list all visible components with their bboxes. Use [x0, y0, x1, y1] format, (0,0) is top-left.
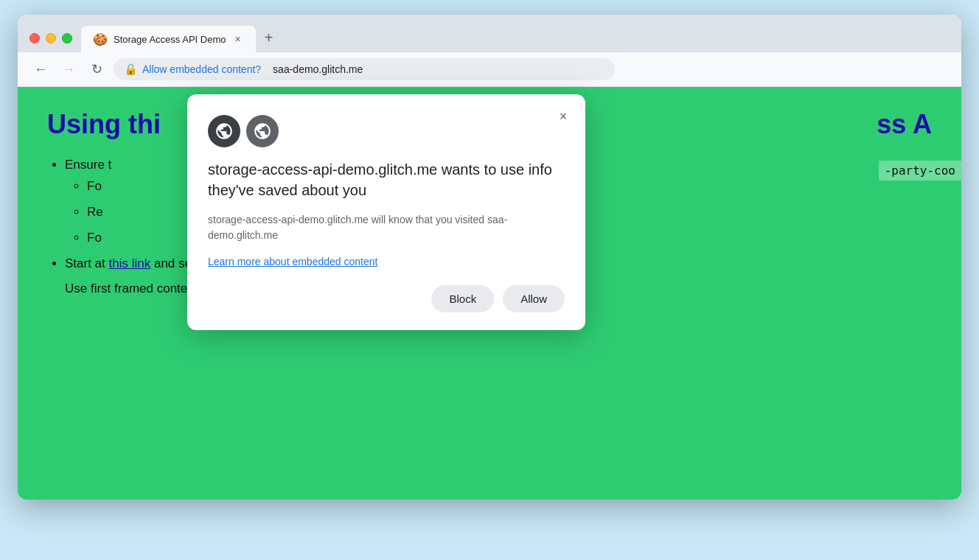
- minimize-window-button[interactable]: [46, 33, 56, 43]
- close-window-button[interactable]: [29, 33, 40, 43]
- dialog-icons: [208, 115, 565, 147]
- dialog-description: storage-access-api-demo.glitch.me will k…: [208, 212, 565, 243]
- active-tab[interactable]: 🍪 Storage Access API Demo ×: [81, 26, 256, 52]
- modal-overlay: × storage-access-ap: [18, 87, 961, 500]
- storage-access-prompt[interactable]: 🔒 Allow embedded content?: [124, 63, 261, 76]
- globe-icon-1: [208, 115, 240, 147]
- reload-button[interactable]: ↻: [86, 58, 108, 80]
- navigation-bar: ← → ↻ 🔒 Allow embedded content? saa-demo…: [18, 52, 961, 87]
- new-tab-button[interactable]: +: [256, 24, 282, 52]
- globe-icon-2: [246, 115, 279, 147]
- dialog-title: storage-access-api-demo.glitch.me wants …: [208, 159, 565, 200]
- title-bar: 🍪 Storage Access API Demo × +: [18, 15, 961, 52]
- url-text: saa-demo.glitch.me: [273, 63, 363, 75]
- tab-favicon: 🍪: [93, 32, 108, 46]
- page-content: Using thi ss A Ensure t Fo Re Fo Start a…: [18, 87, 961, 500]
- address-bar[interactable]: 🔒 Allow embedded content? saa-demo.glitc…: [114, 58, 615, 80]
- maximize-window-button[interactable]: [62, 33, 72, 43]
- learn-more-link[interactable]: Learn more about embedded content: [208, 256, 377, 267]
- address-bar-container: 🔒 Allow embedded content? saa-demo.glitc…: [114, 58, 950, 80]
- browser-window: 🍪 Storage Access API Demo × + ← → ↻ 🔒 Al…: [18, 15, 961, 500]
- forward-button[interactable]: →: [58, 58, 80, 80]
- dialog-close-button[interactable]: ×: [553, 106, 574, 127]
- permission-dialog: × storage-access-ap: [187, 94, 585, 330]
- traffic-lights: [29, 33, 72, 52]
- allow-button[interactable]: Allow: [503, 285, 565, 312]
- lock-icon: 🔒: [124, 63, 138, 76]
- tab-close-button[interactable]: ×: [231, 32, 243, 46]
- prompt-label: Allow embedded content?: [142, 63, 261, 75]
- dialog-actions: Block Allow: [208, 285, 565, 312]
- back-button[interactable]: ←: [29, 58, 52, 80]
- block-button[interactable]: Block: [431, 285, 494, 312]
- tab-title: Storage Access API Demo: [114, 34, 226, 45]
